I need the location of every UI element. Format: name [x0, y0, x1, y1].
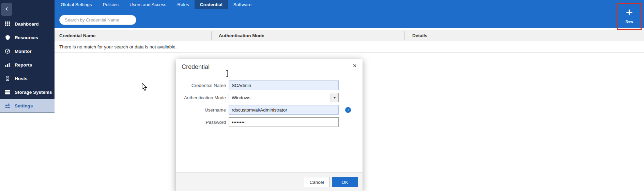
cancel-button[interactable]: Cancel [304, 177, 329, 187]
authentication-mode-row: Authentication Mode Windows [176, 93, 339, 102]
info-icon[interactable]: i [345, 107, 351, 113]
username-field[interactable] [229, 105, 339, 115]
gauge-icon [4, 48, 11, 54]
password-field[interactable] [229, 117, 339, 127]
sidebar: Dashboard Resources Monitor Reports Host… [0, 0, 55, 113]
sidebar-item-dashboard[interactable]: Dashboard [0, 17, 55, 31]
sidebar-item-label: Storage Systems [15, 90, 52, 95]
settings-tabs: Global Settings Policies Users and Acces… [55, 0, 644, 9]
mouse-cursor [142, 83, 148, 91]
tab-roles[interactable]: Roles [172, 0, 195, 9]
sidebar-item-storage-systems[interactable]: Storage Systems [0, 85, 55, 99]
storage-icon [4, 89, 11, 95]
bar-chart-icon [4, 62, 11, 68]
table-empty-message: There is no match for your search or dat… [55, 41, 644, 53]
sidebar-item-label: Monitor [15, 49, 32, 54]
column-divider [211, 31, 212, 40]
top-navigation-bar: Global Settings Policies Users and Acces… [55, 0, 644, 28]
sidebar-item-label: Settings [15, 103, 33, 108]
dialog-footer: Cancel OK [176, 172, 363, 191]
dropdown-arrow-button[interactable] [331, 93, 338, 102]
grid-icon [4, 21, 11, 27]
plus-icon: + [626, 7, 633, 18]
sliders-icon [4, 103, 11, 109]
new-button-label: New [626, 19, 633, 24]
sidebar-item-resources[interactable]: Resources [0, 31, 55, 44]
sidebar-item-label: Dashboard [15, 21, 39, 27]
table-header-row: Credential Name Authentication Mode Deta… [55, 30, 644, 41]
username-label: Username [176, 107, 226, 113]
tab-users-and-access[interactable]: Users and Access [124, 0, 172, 9]
ok-button[interactable]: OK [332, 177, 358, 187]
dialog-title: Credential [182, 63, 210, 71]
password-row: Password [176, 117, 339, 127]
username-row: Username i [176, 105, 351, 115]
back-button[interactable] [1, 3, 12, 16]
authentication-mode-label: Authentication Mode [176, 95, 226, 100]
column-header-authentication-mode[interactable]: Authentication Mode [219, 30, 264, 41]
authentication-mode-value: Windows [232, 95, 250, 100]
credential-name-field[interactable] [229, 80, 339, 90]
sidebar-nav: Dashboard Resources Monitor Reports Host… [0, 17, 55, 113]
sidebar-item-label: Resources [15, 35, 38, 40]
host-icon [4, 75, 11, 82]
tab-global-settings[interactable]: Global Settings [55, 0, 97, 9]
sidebar-item-label: Hosts [15, 76, 28, 81]
credential-dialog: Credential ✕ Credential Name Authenticat… [176, 59, 363, 191]
sidebar-item-reports[interactable]: Reports [0, 58, 55, 72]
tab-software[interactable]: Software [228, 0, 257, 9]
sidebar-item-settings[interactable]: Settings [0, 99, 55, 113]
authentication-mode-select[interactable]: Windows [229, 93, 339, 102]
column-header-credential-name[interactable]: Credential Name [59, 30, 96, 41]
column-header-details[interactable]: Details [412, 30, 427, 41]
close-icon[interactable]: ✕ [351, 62, 358, 70]
chevron-down-icon [333, 97, 336, 99]
tab-credential[interactable]: Credential [195, 0, 228, 9]
password-label: Password [176, 120, 226, 125]
column-divider [404, 31, 405, 40]
tab-policies[interactable]: Policies [97, 0, 124, 9]
shield-icon [4, 34, 11, 41]
sidebar-item-label: Reports [15, 62, 32, 68]
sidebar-item-monitor[interactable]: Monitor [0, 44, 55, 58]
new-button[interactable]: + New [618, 3, 640, 27]
search-input[interactable] [59, 15, 136, 25]
sidebar-item-hosts[interactable]: Hosts [0, 72, 55, 85]
credential-name-row: Credential Name [176, 80, 339, 90]
credential-name-label: Credential Name [176, 83, 226, 88]
chevron-left-icon [4, 6, 9, 13]
